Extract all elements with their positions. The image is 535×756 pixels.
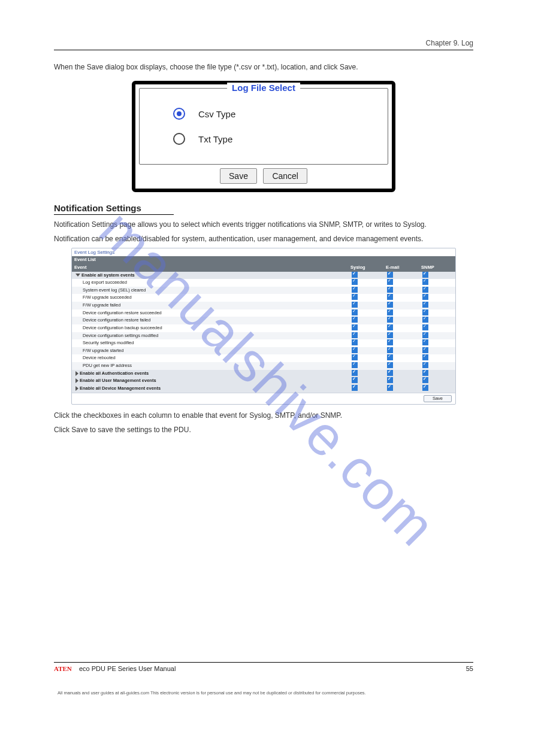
radio-csv-type[interactable]: Csv Type [173, 108, 377, 120]
els-save-button[interactable]: Save [424, 395, 452, 403]
footer-rule [54, 662, 473, 663]
checkbox-checked-icon[interactable] [422, 302, 428, 308]
checkbox-checked-icon[interactable] [352, 272, 358, 278]
els-row-label: F/W upgrade failed [83, 302, 120, 308]
els-row-label: Enable all Authentication events [80, 371, 149, 376]
checkbox-checked-icon[interactable] [352, 332, 358, 338]
els-row-label: Log export succeeded [83, 280, 127, 285]
legal-footnote: All manuals and user guides at all-guide… [54, 690, 473, 696]
els-event-row: PDU get new IP address [72, 362, 455, 370]
els-group-row: Enable all system events [72, 272, 455, 280]
checkbox-checked-icon[interactable] [387, 272, 393, 278]
expand-closed-icon[interactable] [75, 371, 78, 376]
checkbox-checked-icon[interactable] [422, 385, 428, 391]
els-event-row: Device configuration restore succeeded [72, 309, 455, 317]
els-row-label: Device configuration settings modified [83, 333, 158, 338]
notif-para-2: Notification can be enabled/disabled for… [54, 234, 473, 244]
els-group-row: Enable all Authentication events [72, 370, 455, 378]
tail-para-2: Click Save to save the settings to the P… [54, 425, 473, 435]
els-row-label: F/W upgrade started [83, 348, 123, 353]
radio-unselected-icon [173, 133, 185, 145]
els-row-label: F/W upgrade succeeded [83, 294, 132, 300]
checkbox-checked-icon[interactable] [352, 362, 358, 368]
radio-txt-label: Txt Type [198, 134, 232, 144]
page-number: 55 [466, 665, 473, 672]
checkbox-checked-icon[interactable] [352, 370, 358, 376]
checkbox-checked-icon[interactable] [387, 287, 393, 293]
checkbox-checked-icon[interactable] [387, 317, 393, 323]
event-log-settings-panel: Event Log Settings Event List Event Sysl… [71, 248, 456, 405]
checkbox-checked-icon[interactable] [422, 309, 428, 315]
checkbox-checked-icon[interactable] [352, 279, 358, 285]
chapter-label: Chapter 9. Log [54, 39, 473, 47]
els-row-label: Enable all User Management events [80, 378, 156, 383]
checkbox-checked-icon[interactable] [422, 317, 428, 323]
chapter-rule [54, 50, 473, 50]
els-row-label: System event log (SEL) cleared [83, 287, 146, 293]
els-event-row: F/W upgrade failed [72, 302, 455, 309]
checkbox-checked-icon[interactable] [387, 309, 393, 315]
log-file-select-dialog: Log File Select Csv Type Txt Type Save C… [132, 81, 395, 192]
els-row-label: Enable all system events [81, 272, 135, 278]
checkbox-checked-icon[interactable] [352, 302, 358, 308]
col-event: Event [72, 264, 349, 272]
checkbox-checked-icon[interactable] [422, 377, 428, 383]
checkbox-checked-icon[interactable] [422, 347, 428, 353]
els-row-label: Enable all Device Management events [80, 385, 161, 391]
checkbox-checked-icon[interactable] [352, 347, 358, 353]
checkbox-checked-icon[interactable] [422, 324, 428, 330]
checkbox-checked-icon[interactable] [422, 279, 428, 285]
checkbox-checked-icon[interactable] [352, 385, 358, 391]
checkbox-checked-icon[interactable] [387, 362, 393, 368]
expand-open-icon[interactable] [75, 274, 80, 277]
checkbox-checked-icon[interactable] [352, 309, 358, 315]
els-eventlist-bar: Event List [72, 256, 455, 264]
radio-txt-type[interactable]: Txt Type [173, 133, 377, 145]
checkbox-checked-icon[interactable] [387, 347, 393, 353]
checkbox-checked-icon[interactable] [422, 294, 428, 300]
intro-text: When the Save dialog box displays, choos… [54, 62, 473, 72]
els-group-row: Enable all User Management events [72, 377, 455, 385]
checkbox-checked-icon[interactable] [422, 362, 428, 368]
checkbox-checked-icon[interactable] [422, 287, 428, 293]
checkbox-checked-icon[interactable] [387, 279, 393, 285]
els-row-label: Security settings modified [83, 340, 134, 345]
checkbox-checked-icon[interactable] [422, 332, 428, 338]
els-event-row: F/W upgrade succeeded [72, 294, 455, 302]
expand-closed-icon[interactable] [75, 378, 78, 383]
els-event-row: Device configuration restore failed [72, 317, 455, 324]
checkbox-checked-icon[interactable] [352, 354, 358, 360]
els-event-row: Device rebooted [72, 354, 455, 362]
els-event-row: F/W upgrade started [72, 347, 455, 355]
checkbox-checked-icon[interactable] [422, 354, 428, 360]
expand-closed-icon[interactable] [75, 386, 78, 391]
radio-csv-label: Csv Type [198, 109, 235, 119]
checkbox-checked-icon[interactable] [387, 354, 393, 360]
checkbox-checked-icon[interactable] [387, 324, 393, 330]
checkbox-checked-icon[interactable] [387, 302, 393, 308]
notification-settings-heading: Notification Settings [54, 203, 473, 213]
els-row-label: Device configuration restore failed [83, 317, 150, 323]
checkbox-checked-icon[interactable] [422, 339, 428, 345]
checkbox-checked-icon[interactable] [352, 339, 358, 345]
checkbox-checked-icon[interactable] [387, 294, 393, 300]
checkbox-checked-icon[interactable] [387, 370, 393, 376]
checkbox-checked-icon[interactable] [352, 287, 358, 293]
checkbox-checked-icon[interactable] [387, 339, 393, 345]
save-button[interactable]: Save [220, 168, 257, 184]
els-row-label: Device configuration restore succeeded [83, 310, 162, 315]
checkbox-checked-icon[interactable] [387, 332, 393, 338]
checkbox-checked-icon[interactable] [352, 294, 358, 300]
checkbox-checked-icon[interactable] [387, 385, 393, 391]
checkbox-checked-icon[interactable] [352, 324, 358, 330]
checkbox-checked-icon[interactable] [352, 317, 358, 323]
tail-para-1: Click the checkboxes in each column to e… [54, 411, 473, 421]
checkbox-checked-icon[interactable] [352, 377, 358, 383]
els-header-row: Event Syslog E-mail SNMP [72, 264, 455, 272]
checkbox-checked-icon[interactable] [422, 272, 428, 278]
checkbox-checked-icon[interactable] [422, 370, 428, 376]
cancel-button[interactable]: Cancel [263, 168, 307, 184]
els-group-row: Enable all Device Management events [72, 385, 455, 393]
checkbox-checked-icon[interactable] [387, 377, 393, 383]
els-event-row: System event log (SEL) cleared [72, 287, 455, 294]
